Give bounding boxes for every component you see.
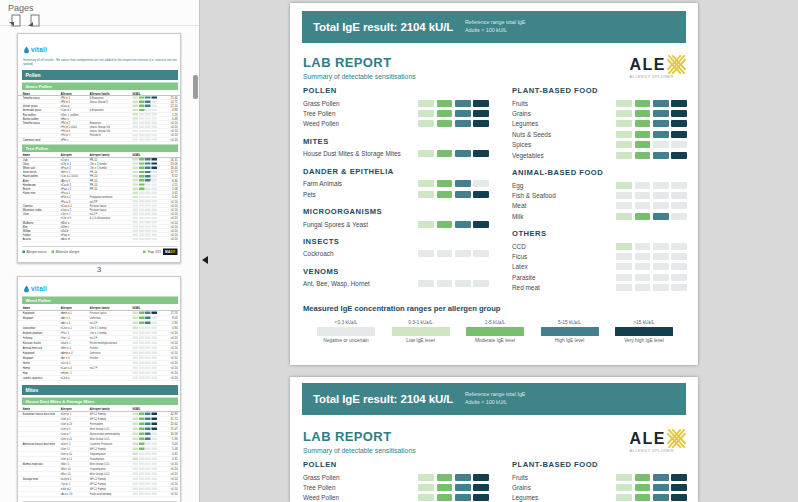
collapse-sidebar-handle[interactable] <box>202 256 208 264</box>
allergen-group-title: INSECTS <box>303 237 489 246</box>
mini-ige-cell <box>139 126 145 128</box>
mini-ige-cell <box>145 134 151 136</box>
ige-level-cell <box>671 110 687 117</box>
mini-ige-cell <box>133 448 139 450</box>
allergen-label: Vegetables <box>512 152 616 159</box>
mini-ige-cell <box>151 448 157 450</box>
legend-color-bar <box>466 327 524 336</box>
ige-level-cell <box>653 100 669 107</box>
allergen-row: Grains <box>512 482 687 492</box>
mini-ige-cell <box>151 188 157 190</box>
allergen-group-title: DANDER & EPITHELIA <box>303 167 489 176</box>
water-drop-icon <box>24 46 29 53</box>
ige-level-cell <box>653 474 669 481</box>
mini-ige-cell <box>151 196 157 198</box>
allergen-row: Legumes <box>512 119 687 129</box>
mini-ige-cell <box>139 438 145 440</box>
ige-level-cell <box>635 141 651 148</box>
mini-ige-cell <box>133 204 139 206</box>
ige-level-cell <box>671 213 687 220</box>
mini-ige-cell <box>139 377 145 379</box>
ige-level-cell <box>635 474 651 481</box>
mini-table-row: AcacianAca m<0.10 <box>18 237 181 241</box>
mini-ige-cell <box>151 126 157 128</box>
allergen-label: Legumes <box>512 494 616 501</box>
legend-item: 1-5 kUA/L Moderate IgE level <box>466 320 524 343</box>
molecular-marker-icon <box>52 250 55 253</box>
mini-ige-cell <box>133 113 139 115</box>
mini-ige-cell <box>133 332 139 334</box>
mini-ige-cell <box>145 221 151 223</box>
ige-level-cell <box>455 191 471 198</box>
mini-ige-cell <box>139 448 145 450</box>
ige-level-cell <box>653 263 669 270</box>
allergen-group-title: OTHERS <box>512 229 687 238</box>
alex-x-lattice-icon <box>667 429 686 448</box>
allergen-label: Grass Pollen <box>303 474 418 481</box>
ige-level-cell <box>437 280 453 287</box>
mini-ige-cell <box>133 175 139 177</box>
mini-ige-cell <box>133 183 139 185</box>
allergen-label: Tree Pollen <box>303 110 418 117</box>
allergen-label: Tree Pollen <box>303 484 418 491</box>
mini-ige-cell <box>145 238 151 240</box>
ige-level-cell <box>455 280 471 287</box>
sidebar-scrollbar[interactable] <box>193 27 198 502</box>
mini-ige-cell <box>145 347 151 349</box>
ige-level-cell <box>455 110 471 117</box>
shrink-thumbnails-icon[interactable] <box>8 14 22 27</box>
thumbnail-page-canvas[interactable]: vitall Summary of all results - Be aware… <box>17 33 181 263</box>
thumbnail-page-number: 3 <box>17 265 181 274</box>
alex-tagline: ALLERGY XPLORER <box>630 75 687 79</box>
allergen-row: Meat <box>512 201 687 211</box>
ige-level-cell <box>671 494 687 501</box>
mini-ige-cell <box>151 372 157 374</box>
mini-ige-cell <box>151 362 157 364</box>
mini-ige-cell <box>145 418 151 420</box>
summary-left-column: POLLENGrass PollenTree PollenWeed Pollen… <box>303 86 489 293</box>
mini-ige-cell <box>139 327 145 329</box>
mini-ige-cell <box>133 234 139 236</box>
mini-ige-cell <box>133 134 139 136</box>
total-ige-banner: Total IgE result: 2104 kU/L Reference ra… <box>302 383 686 415</box>
allergen-group-title: MITES <box>303 137 489 146</box>
ige-level-cell <box>653 213 669 220</box>
mini-ige-cell <box>133 443 139 445</box>
allergen-row: Egg <box>512 180 687 190</box>
page-thumbnail-3[interactable]: vitall Summary of all results - Be aware… <box>17 33 181 274</box>
enlarge-thumbnails-icon[interactable] <box>27 14 41 27</box>
mini-ige-cell <box>151 327 157 329</box>
mini-ige-cell <box>151 463 157 465</box>
ige-level-cell <box>418 191 434 198</box>
ige-level-cell <box>616 494 632 501</box>
page-thumbnail-4[interactable]: vitall Weed Pollen NameAllergenAllergen … <box>17 276 181 502</box>
total-ige-result: Total IgE result: 2104 kU/L <box>313 393 465 405</box>
ige-level-cell <box>635 484 651 491</box>
mini-ige-cell <box>139 167 145 169</box>
mini-ige-cell <box>139 488 145 490</box>
mini-ige-cell <box>139 428 145 430</box>
mini-ige-cell <box>151 221 157 223</box>
ige-level-cell <box>616 253 632 260</box>
thumbnail-page-canvas[interactable]: vitall Weed Pollen NameAllergenAllergen … <box>17 276 181 502</box>
mini-ige-cell <box>145 130 151 132</box>
ige-level-cell <box>616 182 632 189</box>
mini-ige-cell <box>151 138 157 140</box>
legend-item: 5-15 kUA/L High IgE level <box>541 320 599 343</box>
ige-level-cell <box>671 141 687 148</box>
ige-level-cell <box>671 120 687 127</box>
sidebar-scrollbar-thumb[interactable] <box>193 75 198 99</box>
mini-ige-cell <box>133 167 139 169</box>
mini-ige-cell <box>139 367 145 369</box>
mini-ige-cell <box>151 113 157 115</box>
mini-ige-cell <box>145 433 151 435</box>
mini-ige-cell <box>151 312 157 314</box>
mini-ige-cell <box>139 105 145 107</box>
ige-level-cell <box>653 131 669 138</box>
document-viewer[interactable]: Total IgE result: 2104 kU/L Reference ra… <box>201 0 798 502</box>
mini-ige-cell <box>139 352 145 354</box>
mini-ige-cell <box>133 347 139 349</box>
mini-ige-cell <box>151 204 157 206</box>
ige-level-cell <box>616 243 632 250</box>
allergen-row: Latex <box>512 262 687 272</box>
